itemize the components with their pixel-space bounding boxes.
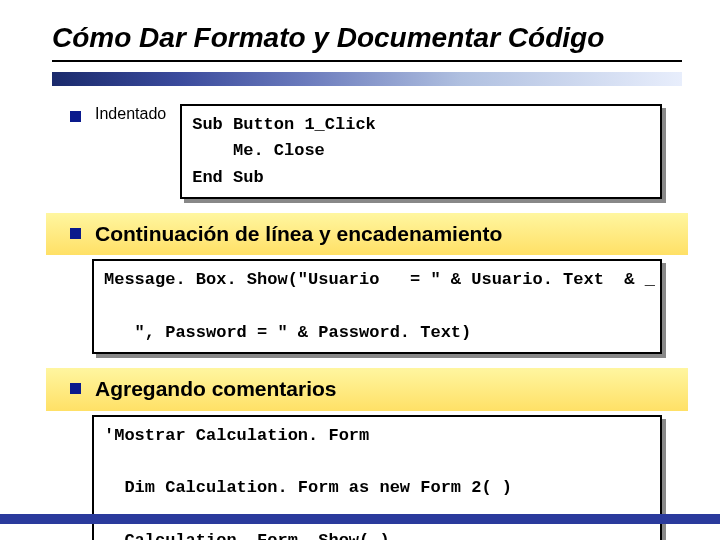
gradient-bar (52, 72, 682, 86)
bullet-row-3-band: Agregando comentarios (46, 368, 688, 410)
bullet-row-2-band: Continuación de línea y encadenamiento (46, 213, 688, 255)
bullet-row-2: Continuación de línea y encadenamiento (70, 221, 688, 247)
page-title: Cómo Dar Formato y Documentar Código (52, 22, 682, 62)
bullet-1-text: Indentado (95, 104, 166, 124)
slide-body: Cómo Dar Formato y Documentar Código Ind… (0, 0, 720, 540)
code-box-continuation: Message. Box. Show("Usuario = " & Usuari… (92, 259, 662, 354)
footer-bar (0, 514, 720, 524)
bullet-row-1: Indentado Sub Button 1_Click Me. Close E… (70, 104, 682, 213)
bullet-square-icon (70, 228, 81, 239)
bullet-2-text: Continuación de línea y encadenamiento (95, 221, 502, 247)
bullet-square-icon (70, 383, 81, 394)
code-box-indent: Sub Button 1_Click Me. Close End Sub (180, 104, 662, 199)
bullet-3-text: Agregando comentarios (95, 376, 337, 402)
bullet-row-3: Agregando comentarios (70, 376, 688, 402)
bullet-square-icon (70, 111, 81, 122)
